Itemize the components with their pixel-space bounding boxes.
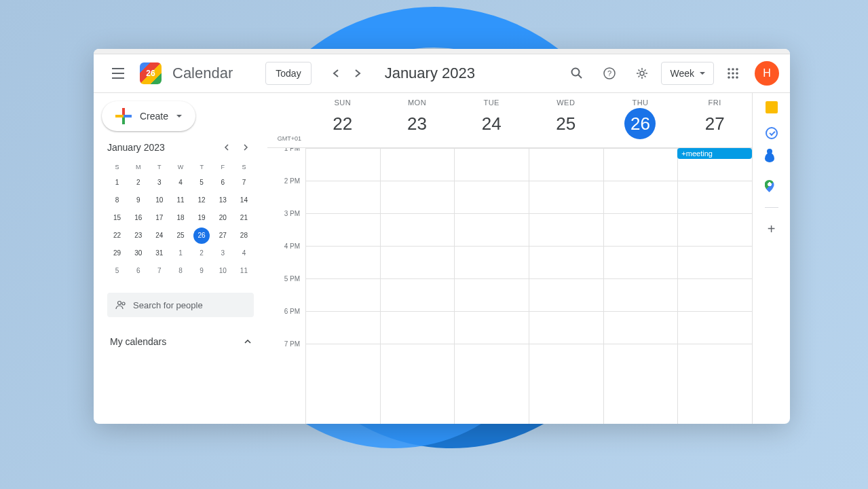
mini-day[interactable]: 29: [109, 245, 126, 261]
window-titlebar: [94, 49, 790, 54]
mini-day[interactable]: 6: [214, 175, 231, 191]
day-column[interactable]: [677, 148, 752, 424]
mini-next-month[interactable]: [238, 139, 254, 156]
mini-day[interactable]: 7: [151, 263, 168, 279]
week-view: GMT+01 SUN22MON23TUE24WED25THU26FRI27 1 …: [267, 93, 752, 424]
mini-day[interactable]: 12: [193, 192, 210, 209]
mini-day[interactable]: 4: [235, 245, 252, 261]
mini-day[interactable]: 11: [235, 263, 252, 279]
calendar-logo: 26: [137, 60, 164, 87]
day-header[interactable]: MON23: [380, 93, 455, 147]
day-column[interactable]: [529, 148, 603, 424]
mini-dow: F: [213, 161, 233, 173]
mini-day[interactable]: 8: [109, 192, 126, 209]
search-people-input[interactable]: Search for people: [107, 293, 254, 317]
mini-calendar: January 2023 SMTWTFS12345678910111213141…: [99, 139, 262, 279]
day-number: 23: [401, 108, 432, 139]
mini-day[interactable]: 30: [130, 245, 147, 261]
mini-day[interactable]: 22: [109, 228, 126, 244]
chevron-down-icon: [176, 115, 182, 118]
search-button[interactable]: [563, 60, 590, 87]
day-header[interactable]: SUN22: [305, 93, 380, 147]
mini-day[interactable]: 1: [109, 175, 126, 191]
day-of-week-label: SUN: [305, 98, 380, 107]
my-calendars-toggle[interactable]: My calendars: [99, 331, 262, 352]
mini-day[interactable]: 20: [214, 210, 231, 226]
help-button[interactable]: ?: [596, 60, 623, 87]
tasks-icon[interactable]: [766, 127, 778, 139]
svg-point-5: [732, 68, 734, 71]
add-addon-button[interactable]: +: [768, 221, 776, 237]
mini-day[interactable]: 4: [172, 175, 189, 191]
chevron-right-icon: [354, 69, 361, 77]
mini-day[interactable]: 16: [130, 210, 147, 226]
mini-day[interactable]: 21: [235, 210, 252, 226]
mini-day[interactable]: 24: [151, 228, 168, 244]
keep-icon[interactable]: [766, 101, 778, 113]
mini-day[interactable]: 14: [235, 192, 252, 209]
mini-day[interactable]: 9: [193, 263, 210, 279]
day-column[interactable]: [454, 148, 529, 424]
mini-day[interactable]: 5: [109, 263, 126, 279]
create-button[interactable]: Create: [102, 101, 195, 131]
mini-day[interactable]: 18: [172, 210, 189, 226]
create-label: Create: [140, 111, 168, 122]
mini-day[interactable]: 3: [151, 175, 168, 191]
mini-day[interactable]: 10: [214, 263, 231, 279]
day-header[interactable]: TUE24: [454, 93, 529, 147]
mini-day[interactable]: 25: [172, 228, 189, 244]
mini-day[interactable]: 1: [172, 245, 189, 261]
next-week-button[interactable]: [347, 62, 369, 84]
mini-day[interactable]: 9: [130, 192, 147, 209]
google-apps-button[interactable]: [719, 60, 747, 87]
mini-day[interactable]: 15: [109, 210, 126, 226]
prev-week-button[interactable]: [325, 62, 347, 84]
mini-day[interactable]: 31: [151, 245, 168, 261]
mini-day[interactable]: 27: [214, 228, 231, 244]
user-avatar[interactable]: H: [755, 61, 779, 86]
svg-point-10: [728, 76, 730, 79]
day-of-week-label: MON: [380, 98, 455, 107]
mini-prev-month[interactable]: [219, 139, 235, 156]
mini-day[interactable]: 23: [130, 228, 147, 244]
day-number: 25: [550, 108, 582, 139]
calendar-event[interactable]: +meeting: [677, 148, 752, 159]
mini-day[interactable]: 5: [193, 175, 210, 191]
mini-day[interactable]: 10: [151, 192, 168, 209]
mini-day[interactable]: 8: [172, 263, 189, 279]
maps-icon[interactable]: [765, 180, 778, 194]
svg-point-9: [736, 72, 738, 75]
mini-day[interactable]: 17: [151, 210, 168, 226]
mini-day[interactable]: 2: [130, 175, 147, 191]
day-header[interactable]: THU26: [603, 93, 678, 147]
mini-day[interactable]: 13: [214, 192, 231, 209]
people-icon: [115, 300, 126, 310]
hour-label: 1 PM: [267, 148, 305, 177]
mini-day[interactable]: 3: [214, 245, 231, 261]
hamburger-icon: [112, 67, 124, 79]
day-header[interactable]: WED25: [529, 93, 603, 147]
day-column[interactable]: [305, 148, 380, 424]
mini-day[interactable]: 11: [172, 192, 189, 209]
today-button[interactable]: Today: [265, 62, 311, 85]
contacts-icon[interactable]: [765, 153, 778, 166]
mini-day[interactable]: 19: [193, 210, 210, 226]
day-column[interactable]: [603, 148, 678, 424]
day-header[interactable]: FRI27: [677, 93, 752, 147]
app-header: 26 Calendar Today January 2023 ? Week: [94, 54, 790, 93]
mini-day[interactable]: 2: [193, 245, 210, 261]
day-column[interactable]: [380, 148, 455, 424]
my-calendars-label: My calendars: [110, 336, 166, 347]
svg-point-11: [732, 76, 734, 79]
view-selector[interactable]: Week: [661, 62, 714, 85]
chevron-left-icon: [333, 69, 339, 77]
main-menu-button[interactable]: [105, 60, 132, 87]
mini-day[interactable]: 26: [193, 228, 210, 244]
day-number: 24: [476, 108, 507, 139]
svg-point-12: [736, 76, 738, 79]
mini-day[interactable]: 28: [235, 228, 252, 244]
current-month-label: January 2023: [385, 65, 475, 82]
mini-day[interactable]: 6: [130, 263, 147, 279]
mini-day[interactable]: 7: [235, 175, 252, 191]
settings-button[interactable]: [628, 60, 656, 87]
